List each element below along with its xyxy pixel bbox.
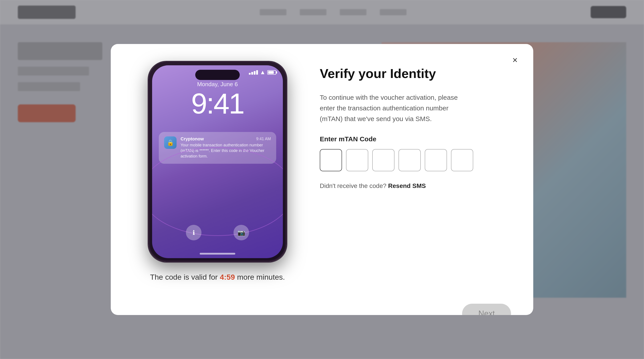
resend-sms-link[interactable]: Resend SMS — [388, 182, 426, 189]
mtan-digit-3[interactable] — [372, 149, 394, 171]
phone-body: ▲ Monday, June 6 9:41 — [148, 62, 286, 262]
resend-prefix: Didn't receive the code? — [320, 182, 386, 189]
phone-home-indicator — [200, 253, 235, 255]
phone-info-icon: ℹ — [186, 225, 202, 240]
notification-app-name: Cryptonow — [180, 136, 204, 141]
signal-bar-2 — [251, 72, 253, 75]
app-icon-emoji: 🔒 — [167, 139, 174, 146]
mtan-digit-2[interactable] — [346, 149, 368, 171]
mtan-digit-5[interactable] — [425, 149, 447, 171]
signal-bar-3 — [254, 71, 256, 75]
timer-value: 4:59 — [220, 273, 235, 281]
notification-app-icon: 🔒 — [164, 136, 176, 149]
phone-date: Monday, June 6 — [152, 81, 283, 88]
verify-identity-modal: × — [111, 44, 533, 315]
phone-time: 9:41 — [152, 89, 283, 118]
mtan-label: Enter mTAN Code — [320, 135, 511, 143]
signal-bar-1 — [249, 73, 250, 75]
resend-text: Didn't receive the code? Resend SMS — [320, 182, 511, 190]
phone-section: ▲ Monday, June 6 9:41 — [133, 62, 302, 282]
notification-time: 9:41 AM — [256, 137, 271, 141]
pagination-dot-2 — [315, 304, 329, 308]
phone-mockup: ▲ Monday, June 6 9:41 — [148, 62, 286, 262]
content-section: Verify your Identity To continue with th… — [320, 62, 511, 190]
mtan-digit-6[interactable] — [451, 149, 473, 171]
phone-decorative-curve — [152, 147, 283, 236]
notification-header: Cryptonow 9:41 AM — [180, 136, 271, 141]
next-button[interactable]: Next — [462, 304, 511, 315]
modal-overlay: × — [0, 0, 644, 359]
wifi-icon: ▲ — [260, 69, 266, 76]
phone-screen: ▲ Monday, June 6 9:41 — [152, 65, 283, 258]
mtan-section: Enter mTAN Code — [320, 135, 511, 171]
phone-bottom-icons: ℹ 📷 — [152, 225, 283, 240]
mtan-digit-4[interactable] — [398, 149, 421, 171]
battery-icon — [267, 70, 276, 75]
status-icons: ▲ — [249, 69, 276, 76]
pagination-dot-3 — [333, 304, 337, 308]
mtan-inputs — [320, 149, 511, 171]
phone-camera-icon: 📷 — [234, 225, 249, 240]
pagination-dots — [307, 304, 337, 308]
modal-title: Verify your Identity — [320, 66, 511, 81]
phone-notch — [195, 70, 240, 80]
signal-bar-4 — [256, 70, 258, 75]
phone-lock-content: Monday, June 6 9:41 — [152, 81, 283, 118]
close-button[interactable]: × — [508, 53, 522, 67]
pagination-dot-1 — [307, 304, 311, 308]
modal-description: To continue with the voucher activation,… — [320, 92, 471, 124]
timer-text: The code is valid for 4:59 more minutes. — [150, 273, 285, 282]
mtan-digit-1[interactable] — [320, 149, 342, 171]
timer-suffix: more minutes. — [237, 273, 285, 281]
timer-prefix: The code is valid for — [150, 273, 218, 281]
battery-fill — [268, 71, 274, 74]
signal-bars — [249, 70, 258, 75]
modal-inner: ▲ Monday, June 6 9:41 — [111, 44, 533, 295]
